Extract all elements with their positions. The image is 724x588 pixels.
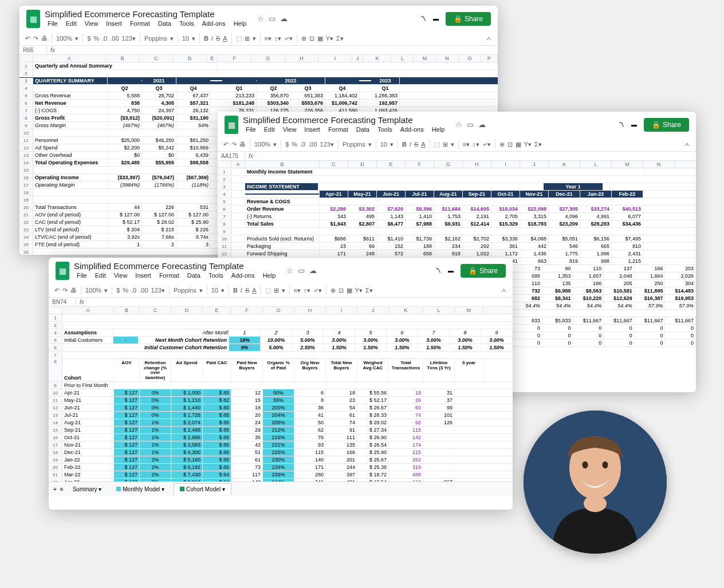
titlebar: ▦ Simplified Ecommerce Forecasting Templ… — [19, 6, 498, 31]
undo-icon[interactable]: ↶ — [25, 35, 30, 42]
add-sheet-icon[interactable]: + — [53, 486, 57, 492]
cohort-row: 11May-21$ 1270%$ 1,210$ 821555%823$ 52.1… — [49, 397, 513, 404]
cohort-row: 19Jan-22$ 1272%$ 5,160$ 8561230%140201$ … — [49, 456, 513, 464]
doc-title[interactable]: Simplified Ecommerce Forecasting Templat… — [243, 115, 447, 125]
rev-cogs-label: Revenue & COGS — [245, 198, 320, 205]
menu-addons[interactable]: Add-ons — [229, 271, 258, 280]
sheets-logo-icon: ▦ — [56, 262, 69, 280]
menu-file[interactable]: File — [243, 125, 259, 134]
cohort-col: Cohort — [62, 374, 114, 381]
menu-format[interactable]: Format — [325, 125, 351, 134]
menu-help[interactable]: Help — [260, 271, 279, 280]
cohort-row: 20Feb-22$ 1272%$ 6,192$ 8573234%171244$ … — [49, 464, 513, 471]
cohort-row: 10Apr-21$ 1270%$ 1,000$ 851250%618$ 55.5… — [49, 389, 513, 397]
menu-format[interactable]: Format — [127, 19, 153, 28]
income-hdr: INCOME STATEMENT — [245, 183, 318, 190]
menu-data[interactable]: Data — [184, 271, 203, 280]
cohort-row: 22Apr-22$ 1273%$ 8,916$ 64140244%341481$… — [49, 479, 513, 482]
cohort-row: 18Dec-21$ 1271%$ 4,300$ 8551225%115166$ … — [49, 449, 513, 456]
window-cohort: ▦ Simplified Ecommerce Forecasting Templ… — [49, 258, 513, 510]
zoom-select[interactable]: 100% — [56, 35, 72, 42]
cell-ref[interactable]: BN74 — [49, 298, 76, 306]
cohort-row: 17Nov-21$ 1271%$ 3,583$ 8542221%93135$ 2… — [49, 441, 513, 449]
fx-label: fx — [47, 46, 58, 54]
cell-ref[interactable]: R66 — [19, 46, 47, 54]
menu-tools[interactable]: Tools — [375, 125, 395, 134]
doc-title[interactable]: Simplified Ecommerce Forecasting Templat… — [45, 9, 249, 19]
menu-tools[interactable]: Tools — [176, 19, 197, 28]
cohort-row: 13Jul-21$ 1270%$ 1,728$ 8520204%4161$ 28… — [49, 412, 513, 419]
menu-tools[interactable]: Tools — [206, 271, 226, 280]
comment-icon[interactable]: ▬ — [433, 15, 439, 22]
redo-icon[interactable]: ↷ — [33, 35, 38, 42]
initial-ret-label: Initial Customer Cohort Retention — [139, 344, 229, 351]
svg-point-2 — [583, 461, 588, 469]
menu-addons[interactable]: Add-ons — [199, 19, 229, 28]
star-icon[interactable]: ☆ — [286, 266, 293, 275]
quarterly-hdr: QUARTERLY SUMMARY — [33, 77, 108, 84]
all-sheets-icon[interactable]: ≡ — [60, 486, 64, 492]
sheets-logo-icon: ▦ — [225, 116, 238, 134]
initial-cust-label: Initial Customers — [62, 337, 113, 344]
tab-monthly[interactable]: Monthly Model ▾ — [111, 484, 170, 495]
cloud-icon[interactable]: ☁ — [280, 14, 288, 23]
move-icon[interactable]: ▭ — [269, 14, 276, 23]
fontsize-select[interactable]: 10 — [182, 35, 189, 42]
menu-file[interactable]: File — [45, 19, 61, 28]
title-icons: ☆ ▭ ☁ — [257, 14, 288, 23]
menu-edit[interactable]: Edit — [92, 271, 109, 280]
trend-icon[interactable]: 〽 — [435, 267, 441, 274]
sheet-tabs: + ≡ Summary ▾ Monthly Model ▾ Cohort Mod… — [49, 482, 513, 496]
cloud-icon[interactable]: ☁ — [478, 120, 486, 129]
menu-insert[interactable]: Insert — [103, 19, 125, 28]
menu-insert[interactable]: Insert — [132, 271, 154, 280]
share-button[interactable]: 🔒 Share — [461, 264, 506, 278]
move-icon[interactable]: ▭ — [298, 266, 305, 275]
star-icon[interactable]: ☆ — [257, 14, 264, 23]
section-title: Quarterly and Annual Summary — [33, 62, 217, 69]
trend-icon[interactable]: 〽 — [619, 121, 624, 128]
next-month-label: Next Month Cohort Retention — [139, 337, 229, 344]
svg-point-3 — [603, 461, 608, 469]
menu-edit[interactable]: Edit — [63, 19, 80, 28]
comment-icon[interactable]: ▬ — [631, 121, 637, 128]
svg-point-4 — [584, 495, 607, 512]
menu-data[interactable]: Data — [155, 19, 174, 28]
trend-icon[interactable]: 〽 — [420, 15, 426, 22]
tab-cohort[interactable]: Cohort Model ▾ — [174, 483, 231, 495]
cohort-row: 15Sep-21$ 1271%$ 2,488$ 8529212%6291$ 27… — [49, 427, 513, 434]
print-icon[interactable]: 🖶 — [41, 35, 48, 42]
comment-icon[interactable]: ▬ — [448, 267, 454, 274]
menu-insert[interactable]: Insert — [301, 125, 323, 134]
cloud-icon[interactable]: ☁ — [309, 266, 317, 275]
move-icon[interactable]: ▭ — [467, 120, 474, 129]
menu-help[interactable]: Help — [429, 125, 448, 134]
menu-edit[interactable]: Edit — [261, 125, 278, 134]
menu-file[interactable]: File — [74, 271, 90, 280]
menu-addons[interactable]: Add-ons — [398, 125, 427, 134]
toolbar: ↶↷ 🖶 100% ▾ $%.0.00123▾ Poppins ▾ 10 ▾ B… — [19, 31, 498, 46]
share-button[interactable]: 🔒 Share — [446, 12, 491, 26]
doc-title[interactable]: Simplified Ecommerce Forecasting Templat… — [74, 261, 278, 271]
assumptions-label: Assumptions — [62, 329, 113, 336]
prior-row: Prior to First Month — [62, 382, 114, 389]
cohort-row: 14Aug-21$ 1271%$ 2,074$ 8524208%5074$ 28… — [49, 419, 513, 427]
menu-view[interactable]: View — [82, 19, 101, 28]
collapse-icon[interactable]: ㅅ — [486, 34, 492, 43]
menu-help[interactable]: Help — [231, 19, 250, 28]
monthly-title: Monthly Income Statement — [245, 168, 646, 175]
cohort-row: 21Mar-22$ 1272%$ 7,430$ 64117239%280397$… — [49, 471, 513, 479]
font-select[interactable]: Poppins — [144, 35, 167, 42]
menu-view[interactable]: View — [111, 271, 131, 280]
menu-format[interactable]: Format — [156, 271, 182, 280]
cell-ref[interactable]: AA175 — [218, 152, 245, 160]
menu-view[interactable]: View — [280, 125, 300, 134]
share-button[interactable]: 🔒 Share — [644, 118, 689, 132]
avatar — [524, 411, 667, 554]
star-icon[interactable]: ☆ — [455, 120, 462, 129]
tab-summary[interactable]: Summary ▾ — [67, 484, 108, 495]
menubar: File Edit View Insert Format Data Tools … — [45, 19, 249, 28]
sheets-logo-icon: ▦ — [26, 10, 40, 28]
cohort-row: 12Jun-21$ 1270%$ 1,440$ 8018200%3654$ 26… — [49, 404, 513, 412]
menu-data[interactable]: Data — [353, 125, 372, 134]
